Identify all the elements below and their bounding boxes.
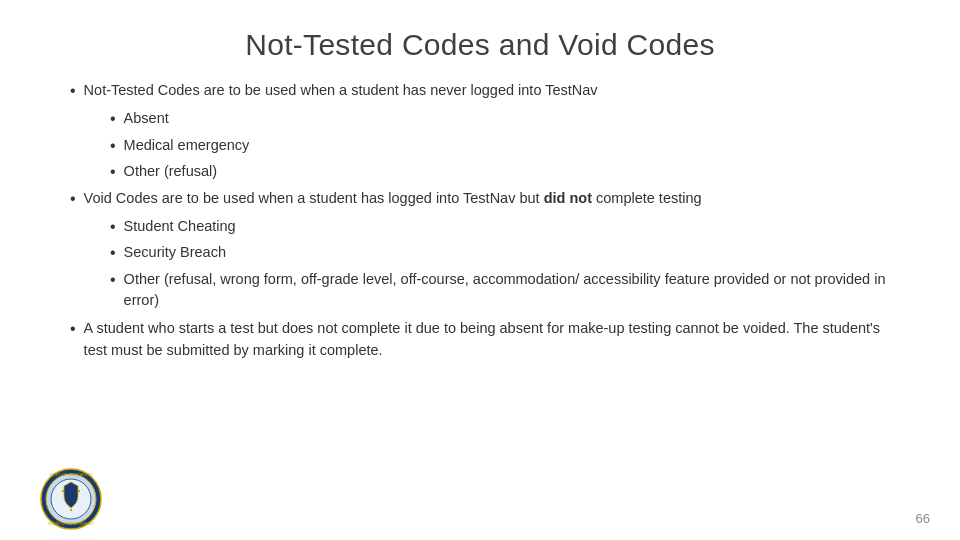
list-item: • Absent <box>60 108 900 130</box>
bullet-marker: • <box>110 216 116 238</box>
bullet-marker: • <box>110 161 116 183</box>
svg-text:STATE OF NEW JERSEY: STATE OF NEW JERSEY <box>48 521 94 526</box>
list-item: • A student who starts a test but does n… <box>60 318 900 362</box>
bullet-marker: • <box>110 269 116 291</box>
slide-content: • Not-Tested Codes are to be used when a… <box>60 80 900 362</box>
bullet-text: Security Breach <box>124 242 900 264</box>
list-item: • Student Cheating <box>60 216 900 238</box>
bullet-text: Void Codes are to be used when a student… <box>84 188 900 210</box>
bullet-marker: • <box>110 135 116 157</box>
svg-point-3 <box>62 490 64 492</box>
bullet-marker: • <box>110 242 116 264</box>
slide-title: Not-Tested Codes and Void Codes <box>60 28 900 62</box>
list-item: • Security Breach <box>60 242 900 264</box>
svg-point-5 <box>70 509 72 511</box>
list-item: • Other (refusal) <box>60 161 900 183</box>
bullet-marker: • <box>70 188 76 210</box>
bullet-marker: • <box>110 108 116 130</box>
bullet-text: Medical emergency <box>124 135 900 157</box>
svg-point-4 <box>78 490 80 492</box>
bullet-text: Student Cheating <box>124 216 900 238</box>
bullet-text: Other (refusal, wrong form, off-grade le… <box>124 269 900 313</box>
list-item: • Medical emergency <box>60 135 900 157</box>
list-item: • Other (refusal, wrong form, off-grade … <box>60 269 900 313</box>
bullet-text: Other (refusal) <box>124 161 900 183</box>
bullet-text: Absent <box>124 108 900 130</box>
list-item: • Void Codes are to be used when a stude… <box>60 188 900 210</box>
slide: Not-Tested Codes and Void Codes • Not-Te… <box>0 0 960 540</box>
bullet-text: A student who starts a test but does not… <box>84 318 900 362</box>
bullet-marker: • <box>70 80 76 102</box>
bullet-marker: • <box>70 318 76 340</box>
nj-state-seal: STATE OF NEW JERSEY DEPT OF EDUCATION <box>40 468 102 530</box>
bullet-text: Not-Tested Codes are to be used when a s… <box>84 80 900 102</box>
page-number: 66 <box>916 511 930 526</box>
list-item: • Not-Tested Codes are to be used when a… <box>60 80 900 102</box>
svg-text:DEPT OF EDUCATION: DEPT OF EDUCATION <box>50 472 92 477</box>
